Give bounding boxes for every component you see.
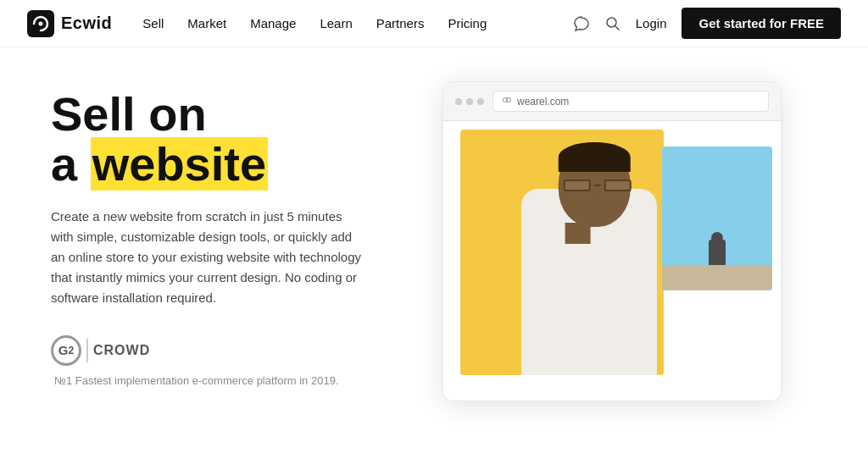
glasses-bridge: [594, 185, 601, 186]
g2-logo: G2 CROWD: [51, 335, 150, 366]
g2-divider: [86, 339, 88, 362]
browser-url-text: wearel.com: [517, 96, 569, 108]
chat-icon[interactable]: [573, 15, 590, 32]
search-icon[interactable]: [605, 16, 620, 31]
nav-links: Sell Market Manage Learn Partners Pricin…: [142, 16, 572, 30]
person-figure: [460, 130, 664, 375]
person-hair: [559, 142, 631, 172]
ground: [662, 265, 772, 290]
hero-section: Sell on a website Create a new website f…: [0, 47, 868, 453]
main-product-image: [460, 130, 664, 375]
g2-caption: №1 Fastest implementation e-commerce pla…: [54, 373, 407, 389]
g2-circle-icon: G2: [51, 335, 81, 366]
g2-letter: G: [58, 343, 69, 357]
glasses: [564, 180, 632, 191]
browser-mockup: wearel.com: [442, 81, 782, 401]
hero-left: Sell on a website Create a new website f…: [51, 81, 407, 389]
nav-partners[interactable]: Partners: [376, 16, 425, 30]
g2-crowd-label: CROWD: [93, 343, 150, 358]
person-head: [559, 142, 631, 227]
browser-content: [443, 121, 781, 401]
logo-text: Ecwid: [61, 14, 112, 33]
hero-description: Create a new website from scratch in jus…: [51, 207, 364, 308]
nav-sell[interactable]: Sell: [142, 16, 164, 30]
logo[interactable]: Ecwid: [27, 10, 112, 37]
login-link[interactable]: Login: [636, 16, 667, 30]
glasses-left-lens: [564, 180, 591, 191]
g2-badge: G2 CROWD: [51, 335, 407, 366]
svg-line-3: [615, 25, 619, 30]
nav-pricing[interactable]: Pricing: [448, 16, 487, 30]
browser-chrome: wearel.com: [443, 82, 781, 121]
browser-dots: [455, 98, 484, 105]
nav-market[interactable]: Market: [187, 16, 226, 30]
person2-head: [711, 232, 723, 244]
hero-title-highlight: website: [91, 137, 268, 191]
glasses-right-lens: [604, 180, 632, 191]
nav-learn[interactable]: Learn: [320, 16, 352, 30]
navbar: Ecwid Sell Market Manage Learn Partners …: [0, 0, 868, 47]
hero-title-line2: a website: [51, 137, 268, 191]
hero-title-line1: Sell on: [51, 87, 207, 141]
hero-title: Sell on a website: [51, 90, 407, 190]
browser-dot-3: [477, 98, 484, 105]
browser-dot-2: [466, 98, 473, 105]
g2-number: 2: [68, 345, 74, 356]
hero-right: wearel.com: [407, 81, 817, 401]
nav-manage[interactable]: Manage: [250, 16, 296, 30]
secondary-image: [662, 146, 772, 290]
ecwid-logo-icon: [27, 10, 54, 37]
url-icon: [502, 95, 512, 108]
browser-dot-1: [455, 98, 462, 105]
svg-point-1: [39, 21, 43, 25]
nav-actions: Login Get started for FREE: [573, 8, 841, 39]
browser-url-bar[interactable]: wearel.com: [492, 91, 769, 112]
g2-section: G2 CROWD №1 Fastest implementation e-com…: [51, 335, 407, 389]
get-started-button[interactable]: Get started for FREE: [682, 8, 841, 39]
